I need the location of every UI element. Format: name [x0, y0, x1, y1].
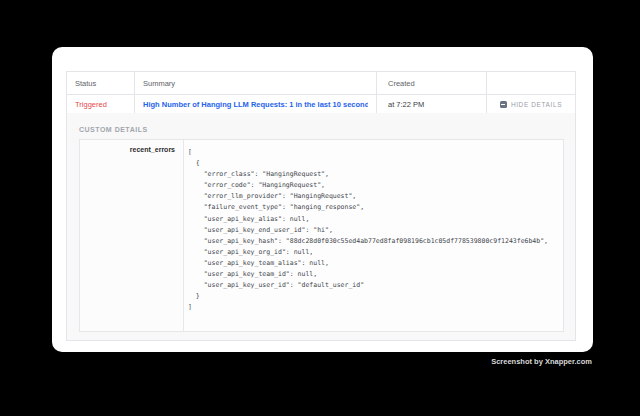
column-header-actions: [486, 72, 575, 94]
details-panel: recent_errors [ { "error_class": "Hangin…: [79, 139, 564, 332]
column-header-status: Status: [67, 72, 134, 94]
column-header-summary: Summary: [134, 72, 376, 94]
table-row: Triggered High Number of Hanging LLM Req…: [67, 95, 575, 114]
status-badge: Triggered: [75, 100, 107, 109]
details-key-label: recent_errors: [80, 140, 184, 331]
custom-details-heading: CUSTOM DETAILS: [67, 113, 575, 139]
alert-summary-link[interactable]: High Number of Hanging LLM Requests: 1 i…: [143, 100, 368, 109]
status-cell: Triggered: [67, 95, 134, 114]
created-timestamp: at 7:22 PM: [388, 100, 424, 109]
table-header-row: Status Summary Created: [67, 72, 575, 95]
collapse-minus-icon: [500, 101, 507, 108]
hide-details-button[interactable]: HIDE DETAILS: [500, 101, 562, 108]
created-cell: at 7:22 PM: [376, 95, 486, 114]
alert-card: Status Summary Created Triggered High Nu…: [52, 47, 593, 352]
actions-cell: HIDE DETAILS: [486, 95, 575, 114]
column-header-created: Created: [376, 72, 486, 94]
alerts-table: Status Summary Created Triggered High Nu…: [66, 71, 576, 115]
hide-details-label: HIDE DETAILS: [511, 101, 562, 108]
summary-cell: High Number of Hanging LLM Requests: 1 i…: [134, 95, 376, 114]
recent-errors-json: [ { "error_class": "HangingRequest", "er…: [184, 140, 563, 313]
details-value-area: [ { "error_class": "HangingRequest", "er…: [184, 140, 563, 331]
custom-details-section: CUSTOM DETAILS recent_errors [ { "error_…: [66, 113, 576, 341]
xnapper-watermark: Screenshot by Xnapper.com: [491, 357, 592, 366]
